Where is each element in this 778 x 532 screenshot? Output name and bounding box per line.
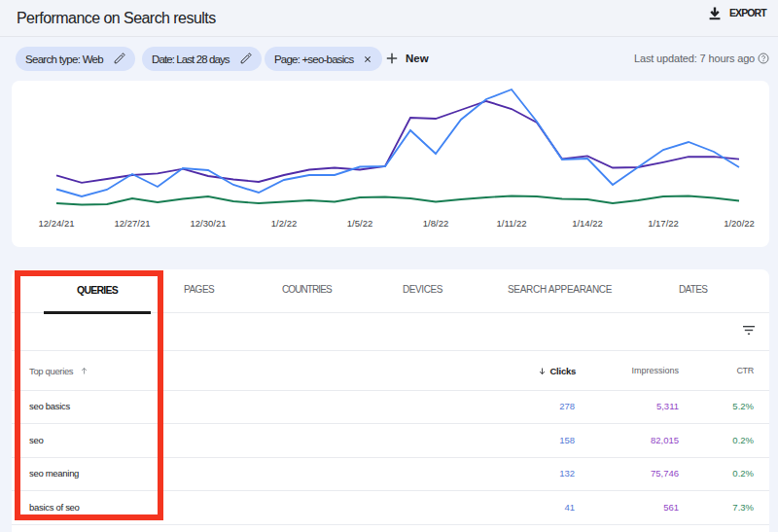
svg-text:12/30/21: 12/30/21 bbox=[191, 218, 227, 229]
svg-text:12/24/21: 12/24/21 bbox=[39, 218, 75, 229]
svg-text:1/17/22: 1/17/22 bbox=[648, 218, 679, 229]
svg-text:1/11/22: 1/11/22 bbox=[497, 218, 527, 229]
svg-text:1/5/22: 1/5/22 bbox=[347, 218, 372, 229]
svg-text:12/27/21: 12/27/21 bbox=[115, 218, 151, 229]
svg-text:1/8/22: 1/8/22 bbox=[423, 218, 448, 229]
svg-text:1/2/22: 1/2/22 bbox=[271, 218, 297, 229]
svg-text:1/20/22: 1/20/22 bbox=[724, 218, 755, 229]
svg-text:1/14/22: 1/14/22 bbox=[572, 218, 603, 229]
